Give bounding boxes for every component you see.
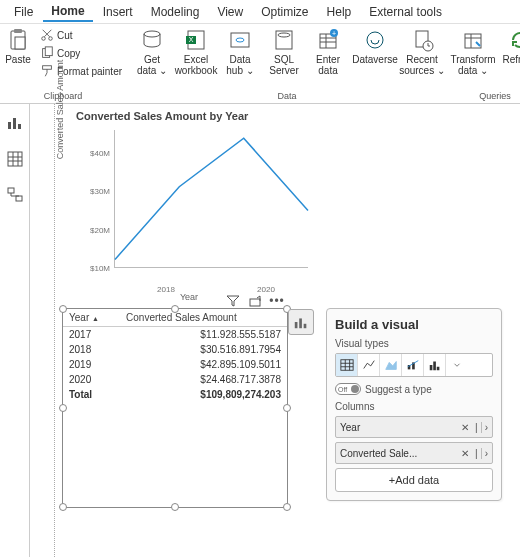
- selection-handle[interactable]: [283, 503, 291, 511]
- left-view-rail: [0, 104, 30, 557]
- data-hub-button[interactable]: Data hub ⌄: [218, 24, 262, 76]
- recent-sources-button[interactable]: Recent sources ⌄: [400, 24, 444, 76]
- build-visual-panel: Build a visual Visual types Off Suggest …: [326, 308, 502, 501]
- excel-icon: X: [184, 28, 208, 52]
- svg-rect-26: [8, 188, 14, 193]
- menu-home[interactable]: Home: [43, 2, 92, 22]
- table-visual[interactable]: Year ▲ Converted Sales Amount 2017$11.92…: [62, 308, 288, 508]
- table-header-amount[interactable]: Converted Sales Amount: [120, 309, 287, 327]
- menu-modeling[interactable]: Modeling: [143, 3, 208, 21]
- cut-button[interactable]: Cut: [40, 26, 122, 44]
- field-menu-icon[interactable]: ›: [481, 422, 488, 433]
- paste-button[interactable]: Paste: [0, 24, 36, 65]
- chart-title: Converted Sales Amount by Year: [76, 110, 312, 122]
- dataverse-icon: [363, 28, 387, 52]
- svg-rect-31: [304, 324, 307, 328]
- selection-handle[interactable]: [59, 404, 67, 412]
- get-data-button[interactable]: Get data ⌄: [130, 24, 174, 76]
- more-options-icon[interactable]: •••: [270, 294, 284, 308]
- table-row[interactable]: 2019$42.895.109.5011: [63, 357, 287, 372]
- x-tick: 2018: [157, 285, 175, 294]
- visual-type-table[interactable]: [336, 354, 358, 376]
- selection-handle[interactable]: [171, 503, 179, 511]
- model-view-icon[interactable]: [6, 186, 24, 204]
- enter-data-button[interactable]: + Enter data: [306, 24, 350, 76]
- chart-y-axis-label: Converted Sales Amount: [55, 60, 65, 160]
- remove-field-icon[interactable]: ✕: [458, 448, 472, 459]
- suggest-toggle[interactable]: Off: [335, 383, 361, 395]
- menu-external-tools[interactable]: External tools: [361, 3, 450, 21]
- ribbon-group-queries: Transform data ⌄ Refresh Queries: [448, 24, 520, 103]
- svg-rect-1: [14, 29, 22, 33]
- format-painter-button[interactable]: Format painter: [40, 62, 122, 80]
- svg-rect-23: [13, 118, 16, 129]
- selection-handle[interactable]: [283, 404, 291, 412]
- field-well-year[interactable]: Year ✕ | ›: [335, 416, 493, 438]
- ribbon-group-data: Get data ⌄ X Excel workbook Data hub ⌄ S…: [130, 24, 444, 103]
- svg-rect-12: [231, 33, 249, 47]
- report-view-icon[interactable]: [6, 114, 24, 132]
- recent-icon: [410, 28, 434, 52]
- menu-help[interactable]: Help: [319, 3, 360, 21]
- data-view-icon[interactable]: [6, 150, 24, 168]
- menu-file[interactable]: File: [6, 3, 41, 21]
- table-total-row: Total$109,809,274.203: [63, 387, 287, 402]
- svg-point-15: [278, 33, 290, 37]
- menu-view[interactable]: View: [209, 3, 251, 21]
- chart-plot-area: [114, 130, 308, 268]
- remove-field-icon[interactable]: ✕: [458, 422, 472, 433]
- export-icon[interactable]: [248, 294, 262, 308]
- line-chart-visual[interactable]: Converted Sales Amount by Year Converted…: [66, 110, 312, 300]
- svg-point-8: [144, 31, 160, 37]
- table-row[interactable]: 2020$24.468.717.3878: [63, 372, 287, 387]
- add-data-button[interactable]: +Add data: [335, 468, 493, 492]
- table-row[interactable]: 2018$30.516.891.7954: [63, 342, 287, 357]
- filter-icon[interactable]: [226, 294, 240, 308]
- transform-icon: [461, 28, 485, 52]
- visual-type-combo[interactable]: [402, 354, 424, 376]
- transform-data-button[interactable]: Transform data ⌄: [448, 24, 498, 76]
- visual-type-more[interactable]: [446, 354, 468, 376]
- y-tick: $40M: [90, 148, 110, 157]
- svg-rect-2: [15, 37, 25, 49]
- visual-type-picker: [335, 353, 493, 377]
- sql-server-button[interactable]: SQL Server: [262, 24, 306, 76]
- visual-type-line[interactable]: [358, 354, 380, 376]
- svg-rect-35: [429, 365, 432, 370]
- menu-optimize[interactable]: Optimize: [253, 3, 316, 21]
- y-tick: $20M: [90, 225, 110, 234]
- chart-x-axis-label: Year: [180, 292, 198, 302]
- visual-type-bar[interactable]: [424, 354, 446, 376]
- svg-point-4: [49, 37, 53, 41]
- copy-icon: [40, 46, 54, 60]
- selection-handle[interactable]: [171, 305, 179, 313]
- field-menu-icon[interactable]: ›: [481, 448, 488, 459]
- svg-rect-24: [18, 124, 21, 129]
- visual-type-area[interactable]: [380, 354, 402, 376]
- panel-title: Build a visual: [335, 317, 493, 332]
- x-tick: 2020: [257, 285, 275, 294]
- field-well-amount[interactable]: Converted Sale... ✕ | ›: [335, 442, 493, 464]
- ribbon: Paste Cut Copy Format painter Clipboard: [0, 24, 520, 104]
- svg-rect-32: [340, 360, 352, 371]
- sql-icon: [272, 28, 296, 52]
- selection-handle[interactable]: [59, 305, 67, 313]
- selection-handle[interactable]: [59, 503, 67, 511]
- enter-data-icon: +: [316, 28, 340, 52]
- refresh-icon: [508, 28, 520, 52]
- svg-text:+: +: [332, 30, 336, 37]
- table-row[interactable]: 2017$11.928.555.5187: [63, 327, 287, 343]
- menu-insert[interactable]: Insert: [95, 3, 141, 21]
- svg-rect-37: [436, 367, 439, 371]
- visual-types-label: Visual types: [335, 338, 493, 349]
- report-canvas: Converted Sales Amount by Year Converted…: [30, 104, 520, 557]
- table-header-year[interactable]: Year ▲: [63, 309, 120, 327]
- format-painter-icon: [40, 64, 54, 78]
- visual-type-quick-button[interactable]: [288, 309, 314, 335]
- dataverse-button[interactable]: Dataverse: [350, 24, 400, 65]
- refresh-button[interactable]: Refresh: [498, 24, 520, 65]
- copy-button[interactable]: Copy: [40, 44, 122, 62]
- excel-workbook-button[interactable]: X Excel workbook: [174, 24, 218, 76]
- svg-rect-28: [250, 299, 260, 306]
- svg-point-3: [42, 37, 46, 41]
